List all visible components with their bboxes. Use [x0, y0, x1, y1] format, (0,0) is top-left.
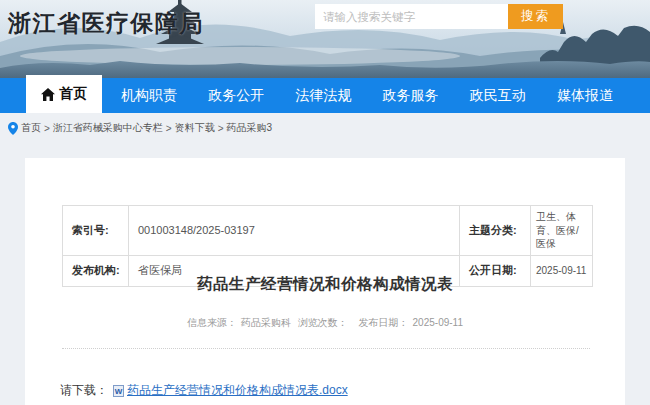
source-value: 药品采购科 — [241, 317, 291, 328]
site-header: 浙江省医疗保障局 搜索 — [0, 0, 650, 78]
search-input[interactable] — [315, 4, 508, 29]
nav-item-laws[interactable]: 法律法规 — [293, 87, 353, 105]
breadcrumb-downloads[interactable]: 资料下载 — [175, 121, 215, 135]
site-title: 浙江省医疗保障局 — [8, 8, 204, 39]
nav-item-media[interactable]: 媒体报道 — [555, 87, 615, 105]
article-meta-line: 信息来源：药品采购科 浏览次数： 发布日期：2025-09-11 — [25, 316, 625, 330]
breadcrumb-home[interactable]: 首页 — [21, 121, 41, 135]
nav-item-home[interactable]: 首页 — [26, 75, 102, 113]
index-number-value: 001003148/2025-03197 — [129, 206, 460, 256]
download-label: 请下载： — [60, 382, 108, 399]
nav-item-label: 首页 — [59, 85, 87, 103]
topic-category-value: 卫生、体育、医保/医保 — [531, 206, 593, 256]
views-label: 浏览次数： — [298, 317, 348, 328]
breadcrumb-current: 药品采购3 — [227, 121, 273, 135]
source-label: 信息来源： — [187, 317, 237, 328]
breadcrumb-separator: > — [166, 123, 172, 134]
nav-items: 机构职责 政务公开 法律法规 政务服务 政民互动 媒体报道 — [119, 78, 615, 113]
nav-item-openness[interactable]: 政务公开 — [206, 87, 266, 105]
article-title: 药品生产经营情况和价格构成情况表 — [25, 274, 625, 295]
pubdate-value: 2025-09-11 — [413, 317, 463, 328]
pubdate-label: 发布日期： — [359, 317, 409, 328]
nav-item-duties[interactable]: 机构职责 — [119, 87, 179, 105]
download-row: 请下载： W 药品生产经营情况和价格构成情况表.docx — [60, 382, 348, 399]
docx-download-link[interactable]: 药品生产经营情况和价格构成情况表.docx — [127, 382, 348, 399]
table-row: 索引号: 001003148/2025-03197 主题分类: 卫生、体育、医保… — [63, 206, 593, 256]
breadcrumb-column[interactable]: 浙江省药械采购中心专栏 — [53, 121, 163, 135]
word-doc-icon: W — [113, 385, 124, 397]
home-icon — [41, 88, 55, 101]
content-card: 索引号: 001003148/2025-03197 主题分类: 卫生、体育、医保… — [25, 158, 625, 405]
index-number-label: 索引号: — [63, 206, 129, 256]
breadcrumb-separator: > — [218, 123, 224, 134]
svg-text:W: W — [115, 387, 123, 396]
nav-item-services[interactable]: 政务服务 — [381, 87, 441, 105]
search-box — [315, 4, 508, 29]
breadcrumb: 首页 > 浙江省药械采购中心专栏 > 资料下载 > 药品采购3 — [8, 120, 272, 136]
dotted-divider — [62, 348, 590, 349]
breadcrumb-separator: > — [44, 123, 50, 134]
location-pin-icon — [8, 122, 18, 135]
search-button[interactable]: 搜索 — [508, 4, 563, 29]
nav-item-interact[interactable]: 政民互动 — [468, 87, 528, 105]
topic-category-label: 主题分类: — [460, 206, 531, 256]
